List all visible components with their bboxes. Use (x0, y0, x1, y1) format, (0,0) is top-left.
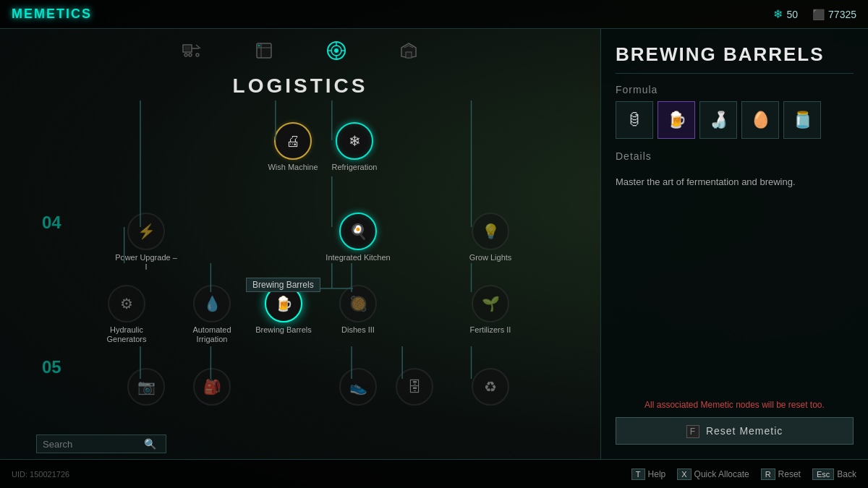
header-bar: MEMETICS ❄ 50 ⬛ 77325 (0, 0, 868, 29)
refrigeration-label: Refrigeration (332, 163, 378, 172)
resource-display: ❄ 50 ⬛ 77325 (773, 7, 856, 21)
tab-logistics[interactable] (177, 36, 206, 65)
formula-item-bottle: 🍶 (699, 101, 737, 139)
node-05d[interactable]: 🗄 (378, 368, 451, 406)
search-bar[interactable]: 🔍 (36, 435, 166, 453)
uid-display: UID: 150021726 (12, 470, 69, 479)
row-label-05: 05 (42, 357, 61, 377)
hotkey-quick-allocate[interactable]: X Quick Allocate (677, 468, 749, 480)
category-tabs (0, 29, 600, 69)
right-panel: BREWING BARRELS Formula 🛢 🍺 🍶 🥚 🫙 Detail… (600, 29, 868, 459)
brewing-barrels-label: Brewing Barrels (255, 325, 312, 335)
fertilizers-ii-label: Fertilizers II (470, 325, 511, 335)
svg-point-2 (184, 53, 187, 56)
details-text: Master the art of fermentation and brewi… (616, 175, 854, 189)
svg-rect-18 (406, 52, 412, 58)
integrated-kitchen-icon: 🍳 (339, 213, 377, 250)
hotkeys: T Help X Quick Allocate R Reset Esc Back (631, 468, 856, 480)
row-label-04: 04 (42, 213, 61, 233)
bottom-bar: UID: 150021726 T Help X Quick Allocate R… (0, 459, 868, 488)
left-panel: LOGISTICS 04 05 (0, 29, 600, 459)
tab-second[interactable] (250, 36, 278, 65)
node-05c-icon: 👟 (339, 368, 377, 406)
node-refrigeration[interactable]: ❄ Refrigeration (318, 122, 391, 172)
auto-irrigation-icon: 💧 (193, 285, 231, 322)
svg-point-3 (189, 53, 192, 56)
formula-item-barrel: 🛢 (616, 101, 653, 139)
hydraulic-gen-icon: ⚙ (108, 285, 145, 322)
svg-rect-1 (184, 46, 190, 51)
page-title: LOGISTICS (0, 69, 600, 100)
wish-machine-icon: 🖨 (274, 122, 312, 160)
formula-item-beer: 🍺 (658, 101, 695, 139)
detail-title: BREWING BARRELS (616, 43, 854, 74)
node-integrated-kitchen[interactable]: 🍳 Integrated Kitchen (322, 213, 394, 262)
hotkey-back[interactable]: Esc Back (812, 468, 856, 480)
node-hydraulic-gen[interactable]: ⚙ Hydraulic Generators (90, 285, 163, 344)
details-label: Details (616, 150, 854, 162)
node-brewing-barrels[interactable]: 🍺 Brewing Barrels (247, 285, 320, 335)
star-value: 50 (786, 9, 798, 20)
node-auto-irrigation[interactable]: 💧 Automated Irrigation (176, 285, 248, 344)
node-fertilizers-ii[interactable]: 🌱 Fertilizers II (454, 285, 527, 335)
key-r: R (761, 468, 775, 480)
hotkey-help[interactable]: T Help (631, 468, 665, 480)
hotkey-reset-label: Reset (778, 469, 801, 479)
warning-text: All associated Memetic nodes will be res… (616, 400, 854, 410)
node-power-upgrade[interactable]: ⚡ Power Upgrade – I (110, 213, 182, 272)
hotkey-back-label: Back (837, 469, 856, 479)
coin-icon: ⬛ (812, 9, 825, 20)
resource-stars: ❄ 50 (773, 7, 798, 21)
coin-value: 77325 (828, 9, 856, 20)
dishes-iii-icon: 🥘 (339, 285, 377, 322)
node-05e-icon: ♻ (472, 368, 509, 406)
refrigeration-icon: ❄ (336, 122, 373, 160)
formula-item-egg: 🥚 (741, 101, 779, 139)
fertilizers-ii-icon: 🌱 (472, 285, 509, 322)
grow-lights-icon: 💡 (472, 213, 509, 250)
hotkey-quick-allocate-label: Quick Allocate (694, 469, 749, 479)
integrated-kitchen-label: Integrated Kitchen (326, 253, 390, 262)
hotkey-reset[interactable]: R Reset (761, 468, 801, 480)
key-t: T (631, 468, 645, 480)
reset-key: F (686, 425, 699, 438)
formula-row: 🛢 🍺 🍶 🥚 🫙 (616, 101, 854, 139)
dishes-iii-label: Dishes III (341, 325, 375, 335)
tech-tree: 04 05 (36, 100, 564, 404)
key-x: X (677, 468, 691, 480)
star-icon: ❄ (773, 7, 783, 21)
grow-lights-label: Grow Lights (469, 253, 512, 262)
node-grow-lights[interactable]: 💡 Grow Lights (454, 213, 527, 262)
wish-machine-label: Wish Machine (268, 163, 318, 172)
hydraulic-gen-label: Hydraulic Generators (94, 325, 159, 344)
node-05e[interactable]: ♻ (454, 368, 527, 406)
search-icon: 🔍 (144, 438, 156, 450)
node-05a-icon: 📷 (127, 368, 165, 406)
node-05d-icon: 🗄 (396, 368, 433, 406)
tab-active[interactable] (322, 36, 351, 65)
details-box: Master the art of fermentation and brewi… (616, 171, 854, 400)
formula-item-jar: 🫙 (783, 101, 821, 139)
node-05b[interactable]: 🎒 (176, 368, 248, 406)
svg-point-10 (258, 45, 260, 47)
app-title: MEMETICS (12, 7, 92, 22)
power-upgrade-label: Power Upgrade – I (114, 253, 179, 272)
node-05b-icon: 🎒 (193, 368, 231, 406)
reset-button[interactable]: F Reset Memetic (616, 417, 854, 445)
key-esc: Esc (812, 468, 834, 480)
node-dishes-iii[interactable]: 🥘 Dishes III (322, 285, 394, 335)
resource-coins: ⬛ 77325 (812, 9, 856, 20)
node-05a[interactable]: 📷 (110, 368, 182, 406)
formula-label: Formula (616, 84, 854, 95)
auto-irrigation-label: Automated Irrigation (179, 325, 244, 344)
power-upgrade-icon: ⚡ (127, 213, 165, 250)
svg-point-17 (334, 48, 339, 53)
search-input[interactable] (43, 439, 144, 450)
hotkey-help-label: Help (648, 469, 666, 479)
brewing-barrels-tooltip: Brewing Barrels (246, 278, 320, 292)
tab-fourth[interactable] (394, 36, 423, 65)
reset-label: Reset Memetic (706, 425, 783, 437)
svg-point-6 (196, 53, 199, 56)
